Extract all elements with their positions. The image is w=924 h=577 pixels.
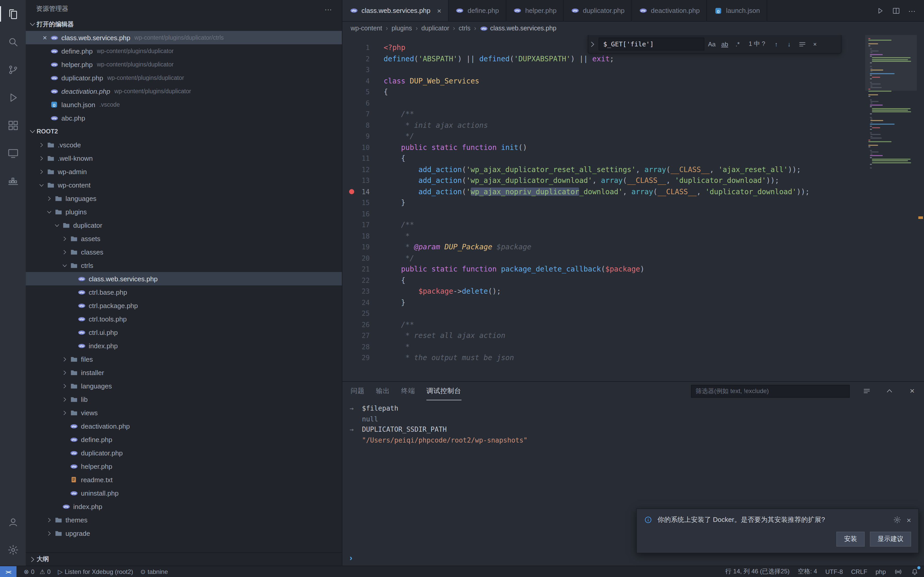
maximize-panel-icon[interactable]: [884, 385, 895, 397]
tree-item-.well-known[interactable]: .well-known: [26, 152, 342, 165]
code-line-24[interactable]: 24 }: [342, 297, 865, 308]
gutter-line-9[interactable]: 9: [342, 131, 384, 142]
find-input[interactable]: $_GET['file']: [599, 38, 704, 50]
gutter-line-1[interactable]: 1: [342, 42, 384, 53]
activity-run-debug-icon[interactable]: [0, 84, 26, 111]
gutter-line-12[interactable]: 12: [342, 164, 384, 175]
open-editor-duplicator.php[interactable]: phpduplicator.phpwp-content/plugins/dupl…: [26, 71, 342, 84]
remote-indicator[interactable]: ><: [0, 566, 16, 577]
tree-item-.vscode[interactable]: .vscode: [26, 138, 342, 152]
code-line-5[interactable]: 5{: [342, 87, 865, 98]
code-line-4[interactable]: 4class DUP_Web_Services: [342, 76, 865, 87]
tab-deactivation.php[interactable]: phpdeactivation.php: [632, 0, 707, 21]
previous-match-button[interactable]: ↑: [771, 39, 782, 50]
eol-status[interactable]: CRLF: [851, 568, 867, 575]
whole-word-button[interactable]: ab: [719, 39, 730, 50]
gutter-line-27[interactable]: 27: [342, 330, 384, 341]
code-line-10[interactable]: 10 public static function init(): [342, 142, 865, 153]
next-match-button[interactable]: ↓: [784, 39, 795, 50]
broadcast-status[interactable]: [894, 567, 902, 576]
code-line-19[interactable]: 19 * @param DUP_Package $package: [342, 242, 865, 253]
breadcrumb-file[interactable]: phpclass.web.services.php: [480, 24, 556, 32]
tab-launch.json[interactable]: {}launch.json: [707, 0, 767, 21]
run-debug-icon[interactable]: [876, 6, 884, 15]
tree-item-views[interactable]: views: [26, 406, 342, 419]
gutter-line-3[interactable]: 3: [342, 64, 384, 76]
editor-more-actions-icon[interactable]: …: [908, 5, 916, 13]
gutter-line-21[interactable]: 21: [342, 264, 384, 275]
gutter-line-19[interactable]: 19: [342, 242, 384, 253]
activity-settings-icon[interactable]: [0, 536, 26, 564]
close-tab-icon[interactable]: ×: [437, 6, 441, 15]
root2-header[interactable]: ROOT2: [26, 125, 342, 138]
code-line-27[interactable]: 27 * reset all ajax action: [342, 330, 865, 341]
tree-item-wp-content[interactable]: wp-content: [26, 178, 342, 192]
gutter-line-15[interactable]: 15: [342, 197, 384, 208]
open-editor-helper.php[interactable]: phphelper.phpwp-content/plugins/duplicat…: [26, 58, 342, 71]
tree-item-define.php[interactable]: phpdefine.php: [26, 433, 342, 446]
breadcrumb-item-ctrls[interactable]: ctrls: [459, 25, 470, 32]
code-editor[interactable]: 1<?php2defined('ABSPATH') || defined('DU…: [342, 35, 865, 381]
gutter-line-16[interactable]: 16: [342, 208, 384, 219]
close-find-button[interactable]: ×: [809, 39, 821, 50]
code-line-18[interactable]: 18 *: [342, 230, 865, 242]
show-recommendations-button[interactable]: 显示建议: [870, 532, 911, 546]
gutter-line-10[interactable]: 10: [342, 142, 384, 153]
regex-button[interactable]: .*: [732, 39, 743, 50]
code-line-17[interactable]: 17 /**: [342, 219, 865, 230]
code-line-23[interactable]: 23 $package->delete();: [342, 286, 865, 297]
tab-class.web.services.php[interactable]: phpclass.web.services.php×: [342, 0, 449, 21]
tree-item-assets[interactable]: assets: [26, 232, 342, 245]
close-notification-icon[interactable]: ×: [906, 516, 911, 524]
code-line-28[interactable]: 28 *: [342, 341, 865, 352]
install-button[interactable]: 安装: [836, 532, 865, 546]
tree-item-ctrl.tools.php[interactable]: phpctrl.tools.php: [26, 312, 342, 326]
tree-item-ctrls[interactable]: ctrls: [26, 259, 342, 272]
match-case-button[interactable]: Aa: [706, 39, 717, 50]
tree-item-index.php[interactable]: phpindex.php: [26, 339, 342, 352]
gutter-line-24[interactable]: 24: [342, 297, 384, 308]
tree-item-helper.php[interactable]: phphelper.php: [26, 459, 342, 473]
code-line-9[interactable]: 9 */: [342, 131, 865, 142]
tree-item-duplicator.php[interactable]: phpduplicator.php: [26, 446, 342, 459]
activity-account-icon[interactable]: [0, 508, 26, 536]
tree-item-languages[interactable]: languages: [26, 379, 342, 393]
tabnine-status[interactable]: ⊙tabnine: [140, 568, 168, 575]
tree-item-duplicator[interactable]: duplicator: [26, 218, 342, 232]
open-editor-deactivation.php[interactable]: phpdeactivation.phpwp-content/plugins/du…: [26, 84, 342, 98]
gutter-line-6[interactable]: 6: [342, 98, 384, 109]
code-line-29[interactable]: 29 * the output must be json: [342, 352, 865, 363]
open-editor-abc.php[interactable]: phpabc.php: [26, 111, 342, 125]
console-filter-input[interactable]: 筛选器(例如 text, !exclude): [691, 385, 850, 398]
tab-duplicator.php[interactable]: phpduplicator.php: [564, 0, 632, 21]
tree-item-readme.txt[interactable]: readme.txt: [26, 473, 342, 486]
debug-status[interactable]: ▷Listen for Xdebug (root2): [58, 568, 133, 575]
split-editor-icon[interactable]: [892, 6, 900, 15]
tree-item-plugins[interactable]: plugins: [26, 205, 342, 218]
code-line-12[interactable]: 12 add_action('wp_ajax_duplicator_reset_…: [342, 164, 865, 175]
tree-item-files[interactable]: files: [26, 352, 342, 366]
gutter-line-13[interactable]: 13: [342, 175, 384, 186]
code-line-7[interactable]: 7 /**: [342, 109, 865, 120]
language-status[interactable]: php: [876, 568, 886, 575]
close-panel-icon[interactable]: ×: [906, 385, 918, 397]
activity-extensions-icon[interactable]: [0, 111, 26, 139]
panel-tab-输出[interactable]: 输出: [376, 382, 390, 400]
tree-item-class.web.services.php[interactable]: phpclass.web.services.php: [26, 272, 342, 285]
code-line-3[interactable]: 3: [342, 64, 865, 76]
gutter-line-11[interactable]: 11: [342, 153, 384, 164]
gutter-line-18[interactable]: 18: [342, 230, 384, 242]
console-prompt-icon[interactable]: ›: [350, 553, 352, 562]
tree-item-installer[interactable]: installer: [26, 366, 342, 379]
tree-item-index.php[interactable]: phpindex.php: [26, 500, 342, 513]
gutter-line-23[interactable]: 23: [342, 286, 384, 297]
tree-item-upgrade[interactable]: upgrade: [26, 527, 342, 540]
gutter-line-5[interactable]: 5: [342, 87, 384, 98]
code-line-15[interactable]: 15 }: [342, 197, 865, 208]
code-line-13[interactable]: 13 add_action('wp_ajax_duplicator_downlo…: [342, 175, 865, 186]
cursor-position-status[interactable]: 行 14, 列 46 (已选择25): [725, 567, 790, 576]
breadcrumb-item-duplicator[interactable]: duplicator: [421, 25, 449, 32]
code-line-16[interactable]: 16: [342, 208, 865, 219]
gutter-line-2[interactable]: 2: [342, 53, 384, 64]
gutter-line-4[interactable]: 4: [342, 76, 384, 87]
